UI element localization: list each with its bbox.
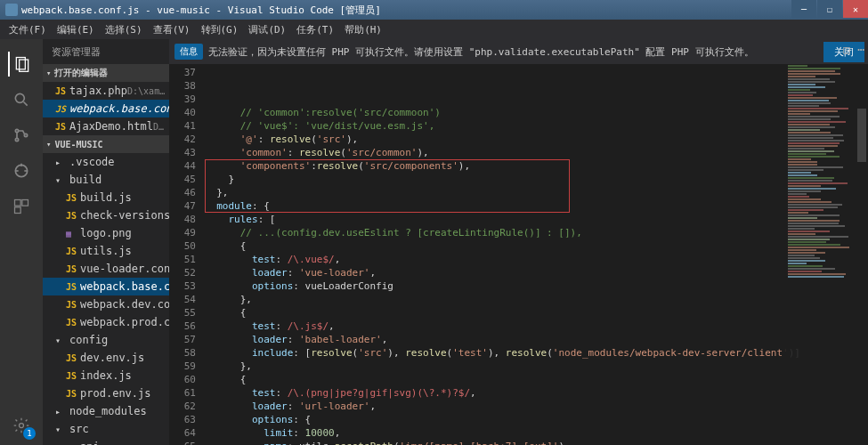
js-icon: JS xyxy=(55,122,66,132)
menu-item[interactable]: 调试(D) xyxy=(243,23,291,36)
file-item[interactable]: JSprod.env.js xyxy=(43,384,169,402)
window-title: webpack.base.conf.js - vue-music - Visua… xyxy=(21,4,381,17)
js-icon: JS xyxy=(66,389,77,399)
folder-item[interactable]: ▸node_modules xyxy=(43,402,169,420)
code-area[interactable]: 3738394041424344454647484950515253545556… xyxy=(169,64,868,445)
chevron-icon: ▾ xyxy=(55,175,66,185)
maximize-button[interactable]: ☐ xyxy=(817,0,842,18)
chevron-icon: ▸ xyxy=(66,442,77,446)
more-actions-icon[interactable]: ⋯ xyxy=(857,43,864,56)
file-item[interactable]: JSbuild.js xyxy=(43,189,169,206)
line-gutter: 3738394041424344454647484950515253545556… xyxy=(169,64,205,445)
svg-point-2 xyxy=(15,93,24,102)
svg-point-4 xyxy=(15,129,18,132)
file-item[interactable]: JSwebpack.prod.conf.js xyxy=(43,313,169,331)
menu-item[interactable]: 文件(F) xyxy=(4,23,52,36)
chevron-icon: ▸ xyxy=(55,158,66,167)
notification-badge: 信息 xyxy=(174,44,203,60)
titlebar: webpack.base.conf.js - vue-music - Visua… xyxy=(0,0,868,20)
file-item[interactable]: ▦logo.png xyxy=(43,224,169,242)
file-item[interactable]: JSdev.env.js xyxy=(43,349,169,367)
chevron-icon: ▸ xyxy=(55,407,66,417)
file-item[interactable]: JSutils.js xyxy=(43,242,169,260)
folder-item[interactable]: ▾build xyxy=(43,171,169,189)
js-icon: JS xyxy=(66,300,77,310)
folder-item[interactable]: ▸.vscode xyxy=(43,153,169,171)
minimize-button[interactable]: ─ xyxy=(791,0,816,18)
open-editor-item[interactable]: JSAjaxDemo.htmlD:\xamp... xyxy=(43,117,169,135)
file-item[interactable]: JSvue-loader.conf.js xyxy=(43,260,169,278)
debug-icon[interactable] xyxy=(9,158,34,183)
menu-item[interactable]: 转到(G) xyxy=(196,23,244,36)
js-icon: JS xyxy=(66,264,77,274)
js-icon: JS xyxy=(66,247,77,256)
svg-rect-13 xyxy=(15,207,21,214)
menu-item[interactable]: 任务(T) xyxy=(291,23,339,36)
folder-item[interactable]: ▸api xyxy=(43,438,169,445)
svg-point-14 xyxy=(20,424,24,428)
notification-bar: 信息 无法验证，因为未设置任何 PHP 可执行文件。请使用设置 "php.val… xyxy=(169,39,868,64)
sidebar: 资源管理器 ▾打开的编辑器 JStajax.phpD:\xampp\htdo..… xyxy=(43,39,169,445)
js-icon: JS xyxy=(55,86,66,96)
menu-item[interactable]: 帮助(H) xyxy=(339,23,387,36)
js-icon: JS xyxy=(66,353,77,363)
js-icon: JS xyxy=(66,282,77,292)
file-item[interactable]: JScheck-versions.js xyxy=(43,206,169,224)
chevron-icon: ▾ xyxy=(55,425,66,434)
menubar: 文件(F)编辑(E)选择(S)查看(V)转到(G)调试(D)任务(T)帮助(H) xyxy=(0,20,868,39)
js-icon: JS xyxy=(66,193,77,203)
sidebar-title: 资源管理器 xyxy=(43,39,169,64)
explorer-icon[interactable] xyxy=(8,52,33,77)
vertical-scrollbar[interactable] xyxy=(856,64,868,438)
js-icon: JS xyxy=(66,211,77,221)
settings-icon[interactable]: 1 xyxy=(9,413,34,438)
menu-item[interactable]: 查看(V) xyxy=(148,23,196,36)
editor: 信息 无法验证，因为未设置任何 PHP 可执行文件。请使用设置 "php.val… xyxy=(169,39,868,445)
svg-rect-11 xyxy=(15,200,21,206)
open-editors-header[interactable]: ▾打开的编辑器 xyxy=(43,64,169,82)
minimap[interactable] xyxy=(784,64,856,438)
js-icon: JS xyxy=(66,371,77,381)
folder-item[interactable]: ▾src xyxy=(43,420,169,438)
chevron-icon: ▾ xyxy=(55,336,66,345)
folder-item[interactable]: ▾config xyxy=(43,331,169,349)
svg-point-5 xyxy=(15,138,18,141)
image-icon: ▦ xyxy=(66,229,77,239)
close-button[interactable]: ✕ xyxy=(843,0,868,18)
file-item[interactable]: JSwebpack.dev.conf.js xyxy=(43,295,169,313)
open-editor-item[interactable]: JSwebpack.base.conf.jsbui... xyxy=(43,100,169,117)
file-item[interactable]: JSindex.js xyxy=(43,367,169,384)
code-content[interactable]: // 'common':resolve('src/commoon') // 'v… xyxy=(205,64,868,445)
scrollbar-thumb[interactable] xyxy=(857,109,866,162)
notification-text: 无法验证，因为未设置任何 PHP 可执行文件。请使用设置 "php.valida… xyxy=(208,45,823,59)
activity-bar: 1 xyxy=(0,39,43,445)
search-icon[interactable] xyxy=(9,87,34,112)
js-icon: JS xyxy=(66,318,77,328)
menu-item[interactable]: 编辑(E) xyxy=(52,23,100,36)
js-icon: JS xyxy=(55,104,66,114)
extensions-icon[interactable] xyxy=(9,194,34,219)
file-tree: ▸.vscode▾buildJSbuild.jsJScheck-versions… xyxy=(43,153,169,445)
menu-item[interactable]: 选择(S) xyxy=(100,23,148,36)
split-editor-icon[interactable]: ◫ xyxy=(843,43,850,56)
file-item[interactable]: JSwebpack.base.conf.js xyxy=(43,278,169,295)
svg-line-3 xyxy=(24,102,28,106)
source-control-icon[interactable] xyxy=(9,123,34,148)
svg-rect-12 xyxy=(22,200,28,206)
app-icon xyxy=(5,4,18,16)
open-editor-item[interactable]: JStajax.phpD:\xampp\htdo... xyxy=(43,82,169,100)
project-header[interactable]: ▾VUE-MUSIC xyxy=(43,135,169,153)
settings-badge: 1 xyxy=(23,427,36,440)
svg-point-6 xyxy=(24,134,27,136)
